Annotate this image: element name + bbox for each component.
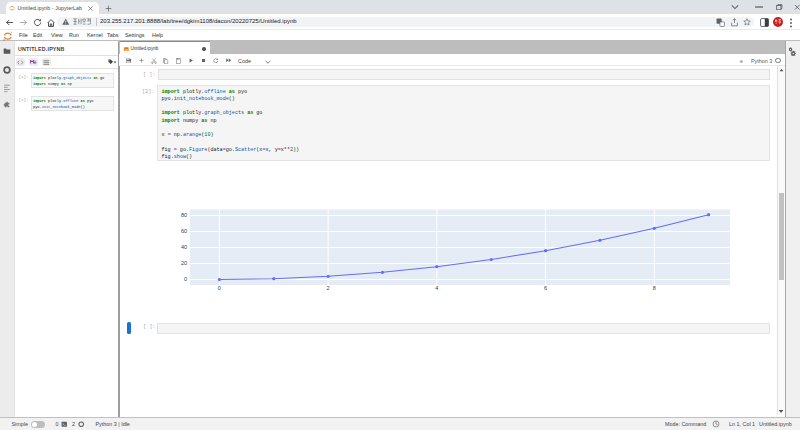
- svg-text:0: 0: [184, 276, 187, 282]
- svg-text:40: 40: [181, 244, 187, 250]
- svg-text:2: 2: [327, 285, 330, 291]
- svg-text:20: 20: [181, 260, 187, 266]
- svg-text:8: 8: [653, 285, 656, 291]
- svg-text:0: 0: [218, 285, 221, 291]
- svg-text:80: 80: [181, 212, 187, 218]
- svg-text:4: 4: [435, 285, 438, 291]
- svg-text:6: 6: [544, 285, 547, 291]
- svg-text:60: 60: [181, 228, 187, 234]
